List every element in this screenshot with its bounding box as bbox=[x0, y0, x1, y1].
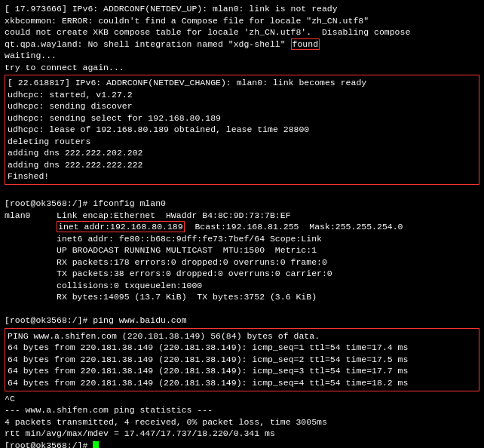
dhcp-box: [ 22.618817] IPv6: ADDRCONF(NETDEV_CHANG… bbox=[5, 75, 479, 185]
inet-addr: inet addr:192.168.80.189 bbox=[57, 221, 185, 232]
terminal-line: [ 22.618817] IPv6: ADDRCONF(NETDEV_CHANG… bbox=[8, 77, 476, 89]
terminal-line: waiting... bbox=[5, 50, 479, 62]
terminal-line: TX packets:38 errors:0 dropped:0 overrun… bbox=[5, 268, 479, 280]
terminal-line bbox=[5, 303, 479, 315]
found-text: found bbox=[291, 38, 320, 50]
terminal-line: 64 bytes from 220.181.38.149 (220.181.38… bbox=[8, 377, 476, 389]
terminal-line: try to connect again... bbox=[5, 62, 479, 74]
ping-box: PING www.a.shifen.com (220.181.38.149) 5… bbox=[5, 328, 479, 391]
terminal-line: xkbcommon: ERROR: couldn't find a Compos… bbox=[5, 15, 479, 27]
terminal-line: 64 bytes from 220.181.38.149 (220.181.38… bbox=[8, 365, 476, 377]
terminal-line: udhcpc: lease of 192.168.80.189 obtained… bbox=[8, 124, 476, 136]
terminal-line: udhcpc: sending discover bbox=[8, 100, 476, 112]
terminal-line: deleting routers bbox=[8, 136, 476, 148]
terminal-line: RX bytes:14095 (13.7 KiB) TX bytes:3752 … bbox=[5, 291, 479, 303]
terminal-line: PING www.a.shifen.com (220.181.38.149) 5… bbox=[8, 330, 476, 342]
terminal-line: adding dns 222.222.222.222 bbox=[8, 159, 476, 171]
terminal-window: [ 17.973666] IPv6: ADDRCONF(NETDEV_UP): … bbox=[0, 0, 484, 448]
terminal-line: udhcpc: sending select for 192.168.80.18… bbox=[8, 112, 476, 124]
terminal-line: inet addr:192.168.80.189 Bcast:192.168.8… bbox=[5, 221, 479, 233]
terminal-line: [root@ok3568:/]# ping www.baidu.com bbox=[5, 315, 479, 327]
terminal-line: inet6 addr: fe80::b68c:9dff:fe73:7bef/64… bbox=[5, 233, 479, 245]
terminal-line: udhcpc: started, v1.27.2 bbox=[8, 89, 476, 101]
terminal-line bbox=[5, 186, 479, 198]
terminal-line: collisions:0 txqueuelen:1000 bbox=[5, 280, 479, 292]
terminal-line: 64 bytes from 220.181.38.149 (220.181.38… bbox=[8, 354, 476, 366]
terminal-line: RX packets:178 errors:0 dropped:0 overru… bbox=[5, 256, 479, 268]
terminal-line: [ 17.973666] IPv6: ADDRCONF(NETDEV_UP): … bbox=[5, 3, 479, 15]
cursor bbox=[93, 441, 99, 448]
terminal-line: rtt min/avg/max/mdev = 17.447/17.737/18.… bbox=[5, 428, 479, 440]
terminal-line: --- www.a.shifen.com ping statistics --- bbox=[5, 404, 479, 416]
terminal-line: adding dns 222.222.202.202 bbox=[8, 147, 476, 159]
terminal-line: UP BROADCAST RUNNING MULTICAST MTU:1500 … bbox=[5, 244, 479, 256]
terminal-line: 64 bytes from 220.181.38.149 (220.181.38… bbox=[8, 342, 476, 354]
prompt-line: [root@ok3568:/]# bbox=[5, 440, 479, 448]
terminal-line: qt.qpa.wayland: No shell integration nam… bbox=[5, 38, 479, 51]
terminal-line: ^C bbox=[5, 393, 479, 405]
terminal-line: 4 packets transmitted, 4 received, 0% pa… bbox=[5, 416, 479, 428]
terminal-line: could not create XKB compose table for l… bbox=[5, 26, 479, 38]
terminal-line: mlan0 Link encap:Ethernet HWaddr B4:8C:9… bbox=[5, 210, 479, 222]
terminal-line: Finshed! bbox=[8, 170, 476, 183]
terminal-line: [root@ok3568:/]# ifconfig mlan0 bbox=[5, 198, 479, 210]
